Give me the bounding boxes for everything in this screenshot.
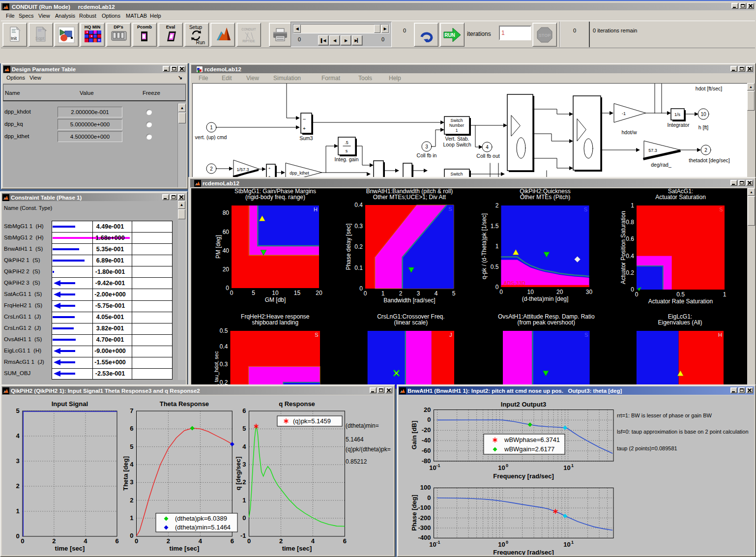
svg-text:60: 60: [223, 229, 230, 235]
svg-text:1: 1: [130, 514, 133, 522]
svg-text:1: 1: [495, 243, 499, 250]
svg-text:vert. (up) cmd: vert. (up) cmd: [195, 134, 227, 140]
svg-text:15: 15: [294, 290, 301, 296]
svg-text:0: 0: [247, 537, 251, 545]
svg-text:2: 2: [16, 482, 20, 490]
svg-text:3: 3: [425, 144, 428, 149]
svg-text:wBWgain=2.6177: wBWgain=2.6177: [504, 445, 554, 453]
svg-text:20: 20: [223, 266, 230, 273]
svg-text:3: 3: [130, 478, 133, 486]
svg-text:5: 5: [130, 443, 133, 450]
svg-text:deg/rad_: deg/rad_: [651, 162, 671, 168]
svg-text:0: 0: [135, 537, 138, 545]
svg-text:(linear scale): (linear scale): [394, 319, 428, 326]
svg-text:4: 4: [16, 432, 20, 440]
svg-text:5: 5: [242, 425, 246, 432]
svg-text:q-pk / (d-Theta)pk [1/sec]: q-pk / (d-Theta)pk [1/sec]: [481, 213, 488, 279]
svg-text:Other MTEs;UCE>1; Div Att: Other MTEs;UCE>1; Div Att: [373, 194, 446, 201]
svg-text:1: 1: [571, 540, 574, 545]
svg-text:S: S: [584, 206, 587, 212]
svg-text:thetadot [deg/sec]: thetadot [deg/sec]: [689, 157, 730, 163]
svg-text:4: 4: [84, 537, 87, 545]
svg-text:20: 20: [316, 290, 322, 296]
svg-text:S: S: [448, 206, 452, 212]
svg-text:0: 0: [495, 284, 499, 291]
svg-text:0.5: 0.5: [491, 264, 499, 270]
svg-text:-80: -80: [422, 457, 431, 465]
svg-text:4: 4: [486, 145, 489, 150]
svg-text:2: 2: [242, 478, 246, 486]
svg-text:10: 10: [498, 541, 505, 548]
svg-text:Integrator: Integrator: [668, 122, 690, 128]
svg-text:0.4: 0.4: [626, 253, 634, 260]
svg-text:5: 5: [16, 407, 20, 414]
svg-text:2: 2: [704, 147, 707, 153]
svg-text:6: 6: [343, 537, 347, 545]
svg-text:0: 0: [230, 290, 233, 296]
svg-text:5: 5: [252, 290, 255, 296]
svg-text:0.2: 0.2: [626, 269, 634, 276]
svg-text:0: 0: [427, 416, 431, 423]
svg-text:y, tau_hdot, sec: y, tau_hdot, sec: [213, 351, 219, 387]
svg-text:5: 5: [452, 290, 456, 297]
svg-text:0.3: 0.3: [220, 361, 228, 368]
svg-text:1: 1: [631, 202, 634, 209]
svg-text:1/s: 1/s: [674, 112, 681, 117]
svg-text:shipboard landing: shipboard landing: [252, 319, 298, 326]
svg-text:4: 4: [435, 290, 438, 297]
svg-text:(dtheta)min=: (dtheta)min=: [346, 422, 379, 429]
svg-text:-40: -40: [422, 437, 431, 444]
svg-text:2: 2: [495, 202, 499, 209]
svg-text:Coll fb in: Coll fb in: [417, 152, 437, 158]
svg-text:30: 30: [586, 289, 593, 295]
svg-text:(dtheta)pk=6.0389: (dtheta)pk=6.0389: [175, 515, 227, 522]
svg-text:h [ft]: h [ft]: [698, 124, 709, 130]
svg-text:taup (2 points)=0.089581: taup (2 points)=0.089581: [617, 445, 677, 451]
svg-text:Actuator Position Saturation: Actuator Position Saturation: [620, 211, 627, 284]
svg-text:time [sec]: time [sec]: [170, 545, 200, 552]
svg-text:4: 4: [199, 537, 203, 545]
svg-text:4: 4: [242, 443, 246, 450]
svg-text:STOP: STOP: [539, 33, 551, 38]
svg-text:q [deg/sec]: q [deg/sec]: [234, 457, 242, 491]
svg-text:lsf=0: taup approximation is b: lsf=0: taup approximation is base on 2 p…: [617, 429, 749, 435]
svg-text:Sum3: Sum3: [299, 135, 313, 141]
svg-text:Vert. Stab.: Vert. Stab.: [445, 136, 469, 142]
svg-text:0: 0: [21, 537, 24, 545]
svg-text:(from peak overshoot): (from peak overshoot): [518, 319, 575, 326]
svg-text:(rigid-body freq. range): (rigid-body freq. range): [245, 194, 305, 201]
svg-text:-60: -60: [422, 447, 431, 454]
svg-text:Frequency [rad/sec]: Frequency [rad/sec]: [493, 549, 554, 555]
svg-text:10: 10: [429, 464, 436, 471]
svg-text:S: S: [584, 332, 588, 338]
svg-text:0: 0: [359, 285, 363, 292]
svg-text:J: J: [449, 332, 452, 338]
svg-text:Theta [deg]: Theta [deg]: [122, 456, 129, 491]
svg-text:6: 6: [115, 537, 118, 545]
svg-text:6: 6: [130, 425, 133, 432]
svg-text:10: 10: [563, 541, 570, 548]
svg-text:wBWphase=6.3741: wBWphase=6.3741: [504, 436, 560, 443]
svg-text:2: 2: [130, 497, 133, 504]
svg-text:10: 10: [429, 541, 436, 548]
svg-text:0.8: 0.8: [626, 219, 634, 226]
svg-text:S: S: [719, 206, 723, 212]
svg-text:PM [deg]: PM [deg]: [215, 235, 222, 259]
svg-text:3: 3: [417, 290, 420, 297]
svg-text:Setup: Setup: [189, 25, 203, 30]
svg-text:2: 2: [52, 537, 56, 545]
svg-text:Run: Run: [196, 40, 205, 45]
svg-text:0: 0: [364, 290, 367, 297]
svg-text:S: S: [315, 332, 318, 338]
svg-text:Integ. gain: Integ. gain: [334, 156, 358, 162]
svg-text:-300: -300: [418, 524, 431, 531]
svg-text:Gain [dB]: Gain [dB]: [410, 421, 418, 450]
svg-text:0.1: 0.1: [354, 264, 363, 271]
svg-text:10: 10: [527, 289, 534, 295]
svg-text:0: 0: [226, 285, 229, 292]
svg-text:100: 100: [420, 484, 431, 491]
svg-text:Input Signal: Input Signal: [52, 400, 88, 408]
svg-text:Init: Init: [11, 36, 17, 41]
svg-text:Phase delay [sec]: Phase delay [sec]: [345, 224, 352, 270]
svg-text:1: 1: [571, 463, 574, 468]
